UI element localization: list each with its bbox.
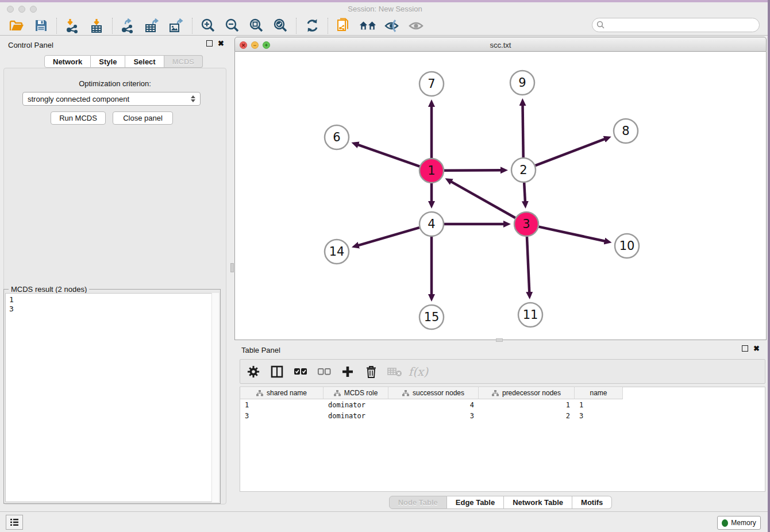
column-header-predecessor-nodes[interactable]: predecessor nodes [479, 387, 575, 399]
import-table-icon[interactable] [88, 18, 105, 34]
column-header-name[interactable]: name [575, 387, 623, 399]
show-all-icon[interactable] [407, 18, 425, 34]
network-window-titlebar[interactable]: ✕ − + scc.txt [234, 37, 767, 52]
graph-edge-3-11[interactable] [527, 237, 529, 292]
graph-edge-4-14[interactable] [358, 228, 419, 245]
export-network-icon[interactable] [120, 18, 137, 34]
open-folder-icon[interactable] [8, 18, 25, 34]
window-right-edge [768, 0, 770, 532]
tab-network[interactable]: Network [44, 55, 91, 68]
tab-network-table[interactable]: Network Table [504, 496, 572, 509]
tab-motifs[interactable]: Motifs [572, 496, 612, 509]
apply-function-icon[interactable]: f(x) [411, 364, 426, 379]
deselect-all-checkboxes-icon[interactable] [317, 364, 332, 379]
export-table-icon[interactable] [144, 18, 161, 34]
delete-table-icon[interactable] [387, 364, 402, 379]
table-cell[interactable]: 2 [479, 412, 575, 421]
graph-node-label-9: 9 [518, 76, 526, 90]
float-panel-icon[interactable] [206, 40, 213, 47]
table-cell[interactable]: 1 [479, 401, 575, 410]
toolbar-separator [296, 18, 297, 34]
graph-edge-2-8[interactable] [536, 139, 605, 165]
save-icon[interactable] [32, 18, 49, 34]
network-canvas[interactable]: 7968124314101511 [234, 52, 767, 340]
control-panel-title: Control Panel [8, 41, 53, 49]
network-window: ✕ − + scc.txt 7968124314101511 [234, 36, 767, 340]
control-panel: Control Panel ✖ Network Style Select MCD… [0, 36, 230, 511]
vertical-splitter[interactable] [230, 36, 234, 511]
graph-node-label-6: 6 [333, 130, 340, 144]
result-scrollbar[interactable] [211, 293, 219, 502]
zoom-out-icon[interactable] [224, 18, 241, 34]
split-columns-icon[interactable] [270, 364, 284, 379]
first-neighbors-icon[interactable] [359, 18, 376, 34]
toolbar-separator [328, 18, 328, 34]
delete-column-icon[interactable] [364, 364, 379, 379]
graph-edge-2-9[interactable] [523, 105, 523, 157]
table-cell[interactable]: dominator [324, 401, 388, 410]
table-row[interactable]: 3dominator323 [240, 412, 765, 421]
graph-node-label-4: 4 [428, 217, 435, 231]
graph-node-label-15: 15 [424, 310, 440, 324]
zoom-selected-icon[interactable] [272, 18, 289, 34]
memory-button[interactable]: Memory [717, 516, 761, 530]
column-header-MCDS-role[interactable]: MCDS role [324, 387, 388, 399]
close-panel-icon[interactable]: ✖ [218, 40, 224, 47]
select-all-checkboxes-icon[interactable] [293, 364, 308, 379]
column-header-shared-name[interactable]: shared name [240, 387, 324, 399]
table-cell[interactable]: 1 [240, 401, 324, 410]
tab-edge-table[interactable]: Edge Table [447, 496, 504, 509]
tab-select[interactable]: Select [125, 55, 164, 68]
table-cell[interactable]: dominator [324, 412, 388, 421]
network-window-title: scc.txt [235, 41, 766, 49]
zoom-in-icon[interactable] [199, 18, 217, 34]
table-toolbar: f(x) [240, 359, 765, 384]
node-table[interactable]: shared nameMCDS rolesuccessor nodesprede… [240, 387, 765, 492]
add-column-icon[interactable] [340, 364, 355, 379]
table-row[interactable]: 1dominator411 [240, 401, 765, 410]
titlebar: Session: New Session [0, 2, 770, 16]
toolbar-separator [192, 18, 192, 34]
graph-edge-2-3[interactable] [524, 183, 525, 202]
tab-style[interactable]: Style [91, 55, 125, 68]
splitter-handle[interactable] [230, 263, 234, 272]
hide-selected-icon[interactable] [383, 18, 401, 34]
tab-mcds[interactable]: MCDS [164, 55, 203, 68]
network-graph[interactable]: 7968124314101511 [235, 52, 766, 339]
import-network-icon[interactable] [64, 18, 81, 34]
graph-edge-3-1[interactable] [451, 182, 515, 218]
table-cell[interactable]: 1 [575, 401, 623, 410]
export-image-icon[interactable] [168, 18, 185, 34]
column-header-successor-nodes[interactable]: successor nodes [388, 387, 479, 399]
table-cell[interactable]: 4 [388, 401, 479, 410]
graph-node-label-14: 14 [329, 245, 345, 259]
tab-node-table[interactable]: Node Table [389, 496, 447, 509]
mcds-result-text[interactable]: 1 3 [5, 293, 219, 502]
graph-edge-3-10[interactable] [538, 227, 605, 241]
graph-node-label-7: 7 [428, 77, 435, 91]
refresh-icon[interactable] [303, 18, 321, 34]
clone-network-icon[interactable] [335, 18, 352, 34]
table-cell[interactable]: 3 [575, 412, 623, 421]
optimization-criterion-dropdown[interactable]: strongly connected component [22, 92, 201, 106]
settings-gear-icon[interactable] [246, 364, 261, 379]
graph-edge-1-6[interactable] [358, 145, 419, 167]
float-table-panel-icon[interactable] [742, 345, 748, 352]
memory-status-icon [722, 519, 728, 527]
table-header-row: shared nameMCDS rolesuccessor nodesprede… [240, 387, 765, 399]
close-table-panel-icon[interactable]: ✖ [753, 345, 760, 352]
table-cell[interactable]: 3 [240, 412, 324, 421]
close-panel-button[interactable]: Close panel [113, 111, 173, 125]
control-panel-tabs: Network Style Select MCDS [44, 55, 203, 68]
task-history-button[interactable] [6, 515, 23, 530]
run-mcds-button[interactable]: Run MCDS [51, 111, 106, 125]
search-input[interactable] [605, 21, 759, 29]
graph-node-label-1: 1 [428, 164, 435, 178]
toolbar-separator [56, 18, 57, 34]
dropdown-value: strongly connected component [28, 95, 129, 103]
graph-node-label-3: 3 [522, 217, 530, 231]
graph-edge-1-2[interactable] [444, 170, 501, 171]
search-box[interactable] [592, 18, 760, 32]
table-cell[interactable]: 3 [388, 412, 479, 421]
zoom-fit-icon[interactable] [248, 18, 265, 34]
